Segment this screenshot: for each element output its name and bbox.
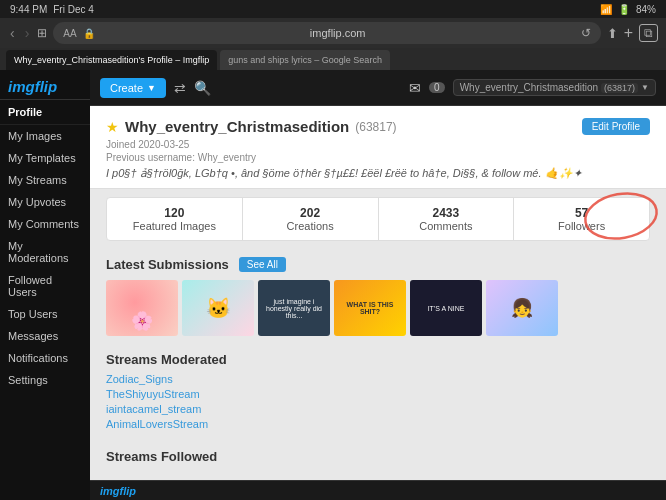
sidebar-item-my-comments[interactable]: My Comments <box>0 213 90 235</box>
stream-link-shiyuyu[interactable]: TheShiyuyuStream <box>106 388 650 400</box>
tab-grid-button[interactable]: ⊞ <box>37 26 47 40</box>
profile-userid: (63817) <box>355 120 396 134</box>
app-body: imgflip Profile My Images My Templates M… <box>0 70 666 500</box>
top-bar-right: ✉ 0 Why_eventry_Christmasedition (63817)… <box>409 79 656 96</box>
streams-moderated-title: Streams Moderated <box>106 352 650 367</box>
status-time: 9:44 PM <box>10 4 47 15</box>
content-area: ★ Why_eventry_Christmasedition (63817) E… <box>90 106 666 480</box>
tab-inactive[interactable]: guns and ships lyrics – Google Search <box>220 50 390 70</box>
sidebar-item-top-users[interactable]: Top Users <box>0 303 90 325</box>
profile-bio: I p0§† ả§†röl0ğk, LGb†q •, ând §öme ö†hê… <box>106 167 650 180</box>
battery-level: 84% <box>636 4 656 15</box>
bottom-logo: imgflip <box>100 485 136 497</box>
streams-followed-section: Streams Followed <box>90 441 666 478</box>
shuffle-icon[interactable]: ⇄ <box>174 80 186 96</box>
tab-bar: Why_eventry_Christmasedition's Profile –… <box>0 48 666 70</box>
submissions-grid: 🌸 🐱 just imagine i honestly really did t… <box>106 280 650 336</box>
sidebar-item-profile[interactable]: Profile <box>0 100 90 125</box>
profile-join-date: Joined 2020-03-25 <box>106 139 650 150</box>
browser-chrome: ‹ › ⊞ AA 🔒 imgflip.com ↺ ⬆ + ⧉ <box>0 18 666 48</box>
sidebar-item-my-upvotes[interactable]: My Upvotes <box>0 191 90 213</box>
url-text: imgflip.com <box>101 27 575 39</box>
new-tab-button[interactable]: + <box>624 24 633 42</box>
stat-featured-number: 120 <box>111 206 238 220</box>
aa-label: AA <box>63 28 76 39</box>
reload-icon[interactable]: ↺ <box>581 26 591 40</box>
notification-count: 0 <box>429 82 445 93</box>
search-icon[interactable]: 🔍 <box>194 80 211 96</box>
sidebar-logo: imgflip <box>0 70 90 100</box>
sidebar: imgflip Profile My Images My Templates M… <box>0 70 90 500</box>
submission-thumb-5[interactable]: IT'S A NINE <box>410 280 482 336</box>
stat-creations-number: 202 <box>247 206 374 220</box>
status-date: Fri Dec 4 <box>53 4 94 15</box>
submission-thumb-3[interactable]: just imagine i honestly really did this.… <box>258 280 330 336</box>
stat-creations: 202 Creations <box>243 198 379 240</box>
mail-icon[interactable]: ✉ <box>409 80 421 96</box>
stat-followers-number: 57 <box>518 206 645 220</box>
stat-featured-label: Featured Images <box>111 220 238 232</box>
stat-featured: 120 Featured Images <box>107 198 243 240</box>
battery-icon: 🔋 <box>618 4 630 15</box>
star-icon: ★ <box>106 119 119 135</box>
username-badge[interactable]: Why_eventry_Christmasedition (63817) ▼ <box>453 79 656 96</box>
tab-active[interactable]: Why_eventry_Christmasedition's Profile –… <box>6 50 217 70</box>
stats-bar: 120 Featured Images 202 Creations 2433 C… <box>106 197 650 241</box>
sidebar-item-settings[interactable]: Settings <box>0 369 90 391</box>
profile-previous-username: Previous username: Why_eventry <box>106 152 650 163</box>
submissions-title: Latest Submissions <box>106 257 229 272</box>
lock-icon: 🔒 <box>83 28 95 39</box>
stat-comments: 2433 Comments <box>379 198 515 240</box>
back-button[interactable]: ‹ <box>8 23 17 43</box>
user-id-badge: (63817) <box>601 83 638 93</box>
sidebar-item-my-images[interactable]: My Images <box>0 125 90 147</box>
stream-link-iaintacamel[interactable]: iaintacamel_stream <box>106 403 650 415</box>
submissions-section: Latest Submissions See All 🌸 🐱 just imag… <box>90 249 666 344</box>
create-button[interactable]: Create ▼ <box>100 78 166 98</box>
edit-profile-button[interactable]: Edit Profile <box>582 118 650 135</box>
forward-button[interactable]: › <box>23 23 32 43</box>
submission-thumb-2[interactable]: 🐱 <box>182 280 254 336</box>
stream-link-zodiac[interactable]: Zodiac_Signs <box>106 373 650 385</box>
sidebar-item-my-streams[interactable]: My Streams <box>0 169 90 191</box>
wifi-icon: 📶 <box>600 4 612 15</box>
submission-thumb-6[interactable]: 👧 <box>486 280 558 336</box>
sidebar-item-messages[interactable]: Messages <box>0 325 90 347</box>
bottom-bar: imgflip <box>90 480 666 500</box>
stat-creations-label: Creations <box>247 220 374 232</box>
see-all-button[interactable]: See All <box>239 257 286 272</box>
streams-followed-title: Streams Followed <box>106 449 650 464</box>
sidebar-item-my-templates[interactable]: My Templates <box>0 147 90 169</box>
submission-thumb-4[interactable]: WHAT IS THIS SHIT? <box>334 280 406 336</box>
sidebar-item-notifications[interactable]: Notifications <box>0 347 90 369</box>
stat-followers-label: Followers <box>518 220 645 232</box>
status-bar: 9:44 PM Fri Dec 4 📶 🔋 84% <box>0 0 666 18</box>
stream-link-animallovers[interactable]: AnimalLoversStream <box>106 418 650 430</box>
sidebar-item-my-moderations[interactable]: My Moderations <box>0 235 90 269</box>
tabs-button[interactable]: ⧉ <box>639 24 658 42</box>
sidebar-item-followed-users[interactable]: Followed Users <box>0 269 90 303</box>
share-button[interactable]: ⬆ <box>607 26 618 41</box>
address-bar[interactable]: AA 🔒 imgflip.com ↺ <box>53 22 600 44</box>
dropdown-icon: ▼ <box>641 83 649 92</box>
stat-followers: 57 Followers <box>514 198 649 240</box>
top-bar: Create ▼ ⇄ 🔍 ✉ 0 Why_eventry_Christmased… <box>90 70 666 106</box>
profile-header: ★ Why_eventry_Christmasedition (63817) E… <box>90 106 666 189</box>
stat-comments-number: 2433 <box>383 206 510 220</box>
stat-comments-label: Comments <box>383 220 510 232</box>
main-content: Create ▼ ⇄ 🔍 ✉ 0 Why_eventry_Christmased… <box>90 70 666 500</box>
streams-moderated-section: Streams Moderated Zodiac_Signs TheShiyuy… <box>90 344 666 441</box>
chevron-down-icon: ▼ <box>147 83 156 93</box>
profile-username: Why_eventry_Christmasedition <box>125 118 349 135</box>
submission-thumb-1[interactable]: 🌸 <box>106 280 178 336</box>
